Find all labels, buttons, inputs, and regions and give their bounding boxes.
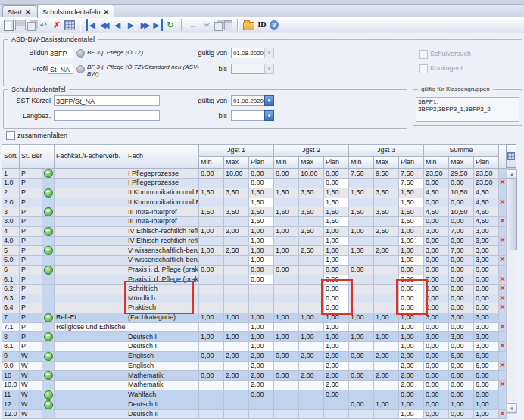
group-header-jgst-2[interactable]: Jgst 2: [274, 145, 349, 157]
delete-row-button[interactable]: ✕: [499, 381, 505, 389]
subcolumn-header-max[interactable]: Max: [374, 157, 399, 169]
tab-schulstundentafeln[interactable]: Schulstundentafeln ✕: [37, 5, 114, 18]
group-header-jgst-1[interactable]: Jgst 1: [199, 145, 274, 157]
add-sub-row-button[interactable]: +: [44, 227, 53, 236]
cell-value[interactable]: 1,50: [324, 217, 349, 227]
bildungsgang-input[interactable]: 3BFP: [48, 48, 73, 58]
delete-record-icon[interactable]: ✗: [51, 19, 63, 31]
table-row[interactable]: 1P+I Pflegeprozesse8,0010,008,008,0010,0…: [2, 169, 507, 179]
cell-value[interactable]: 1,00: [249, 322, 274, 332]
cell-value[interactable]: 0,00: [249, 275, 274, 285]
kontingent-checkbox[interactable]: [419, 64, 428, 73]
delete-row-button[interactable]: ✕: [499, 217, 505, 226]
table-row[interactable]: 6.3PMündlich0,000,000,000,000,00✕: [2, 294, 507, 303]
delete-row-button[interactable]: ✕: [499, 236, 505, 244]
cell-value[interactable]: 1,00: [399, 342, 424, 352]
cell-value[interactable]: 1,00: [249, 256, 274, 266]
cell-value[interactable]: 1,00: [399, 236, 424, 246]
save-icon[interactable]: [15, 20, 26, 30]
column-header-Fach[interactable]: Fach: [126, 145, 199, 169]
add-sub-row-button[interactable]: +: [44, 390, 53, 400]
column-header-Sort.[interactable]: Sort.: [2, 145, 20, 169]
add-sub-row-button[interactable]: +: [44, 246, 53, 255]
nav-first-icon[interactable]: ◀: [86, 19, 96, 31]
column-header-Fachkat./Fächerverb.[interactable]: Fachkat./Fächerverb.: [55, 145, 126, 169]
table-row[interactable]: 8.1PDeutsch I1,001,001,000,000,003,00✕: [2, 342, 507, 352]
cell-value[interactable]: 2,00: [324, 361, 349, 371]
cell-value[interactable]: 1,00: [324, 236, 349, 246]
cell-value[interactable]: 1,50: [399, 198, 424, 207]
sst-bis-input[interactable]: [231, 110, 265, 121]
cell-value[interactable]: 8,00: [324, 179, 349, 188]
subcolumn-header-min[interactable]: Min: [349, 157, 374, 169]
table-row[interactable]: 6P+Praxis i. d. Pflege (prakt. ...0,000,…: [2, 265, 507, 275]
table-row[interactable]: 3.0PIII Intra-Interprof1,501,501,500,000…: [2, 217, 507, 227]
tab-schulstundentafeln-close-icon[interactable]: ✕: [104, 9, 110, 15]
copy-icon[interactable]: [214, 22, 223, 31]
cell-value[interactable]: 1,00: [399, 322, 424, 332]
subcolumn-header-min[interactable]: Min: [199, 157, 224, 169]
table-row[interactable]: 1.0PI Pflegeprozesse8,008,007,500,000,00…: [2, 179, 507, 188]
delete-row-button[interactable]: ✕: [499, 198, 505, 206]
cell-value[interactable]: 7,50: [399, 179, 424, 188]
klassengruppen-value-box[interactable]: 3BFP1, 3BFP2,3BFP3_1,3BFP3_2: [416, 97, 519, 122]
column-header-St. Bereich[interactable]: St. Bereich: [20, 145, 42, 169]
subcolumn-header-max[interactable]: Max: [299, 157, 324, 169]
profil-input[interactable]: St_NA: [48, 64, 73, 74]
cell-value[interactable]: 1,00: [324, 322, 349, 332]
subcolumn-header-max[interactable]: Max: [449, 157, 474, 169]
subcolumn-header-min[interactable]: Min: [274, 157, 299, 169]
delete-row-button[interactable]: ✕: [499, 409, 505, 418]
schulversuch-checkbox[interactable]: [419, 50, 428, 59]
cell-value[interactable]: 2,00: [399, 361, 424, 371]
cell-value[interactable]: 0,00: [399, 294, 424, 303]
nav-last-icon[interactable]: ▶: [152, 19, 163, 31]
add-sub-row-button[interactable]: +: [44, 266, 53, 275]
table-row[interactable]: 7P+Reli-Et(Fachkategorie)1,001,001,001,0…: [2, 313, 507, 322]
table-row[interactable]: 7.1PReligiöse und Ethische Ko...1,001,00…: [2, 322, 507, 332]
add-sub-row-button[interactable]: +: [44, 313, 53, 322]
scroll-down-icon[interactable]: ▼: [507, 403, 517, 413]
subcolumn-header-plan[interactable]: Plan: [399, 157, 424, 169]
cell-value[interactable]: 1,50: [324, 198, 349, 207]
cut-icon[interactable]: ✂: [201, 19, 213, 31]
cell-value[interactable]: 1,00: [399, 256, 424, 266]
table-row[interactable]: 2.0PII Kommunikation und Ber...1,501,501…: [2, 198, 507, 207]
add-sub-row-button[interactable]: +: [44, 352, 53, 361]
sst-bis-dropdown-icon[interactable]: ▼: [264, 110, 274, 121]
basis-gueltig-von-input[interactable]: 01.08.2020: [231, 48, 265, 58]
add-sub-row-button[interactable]: +: [44, 371, 53, 380]
table-row[interactable]: 10.0WMathematik2,002,002,000,000,006,00✕: [2, 381, 507, 390]
subcolumn-header-plan[interactable]: Plan: [249, 157, 274, 169]
table-row[interactable]: 2P+II Kommunikation und Ber...1,503,501,…: [2, 188, 507, 198]
help-icon[interactable]: ?: [270, 20, 279, 30]
cell-value[interactable]: 8,00: [249, 179, 274, 188]
grid-vertical-scrollbar[interactable]: ▲ ▼: [506, 144, 516, 414]
table-row[interactable]: 3P+III Intra-Interprof1,503,501,501,503,…: [2, 207, 507, 217]
cell-value[interactable]: 0,00: [324, 294, 349, 303]
table-row[interactable]: 9W+Englisch0,002,002,000,002,002,000,002…: [2, 351, 507, 361]
cell-value[interactable]: 1,00: [249, 342, 274, 352]
cell-value[interactable]: 0,00: [324, 285, 349, 294]
cell-value[interactable]: 0,00: [399, 303, 424, 313]
table-edit-icon[interactable]: [64, 20, 75, 30]
sst-kuerzel-input[interactable]: 3BFP/St_NA: [54, 95, 160, 106]
table-row[interactable]: 9.0WEnglisch2,002,002,000,000,006,00✕: [2, 361, 507, 371]
tab-start[interactable]: Start ✕: [2, 5, 36, 17]
basis-bis-dropdown-icon[interactable]: ▼: [264, 64, 274, 74]
cell-value[interactable]: 1,50: [399, 217, 424, 227]
cell-value[interactable]: 2,00: [249, 361, 274, 371]
group-header-summe[interactable]: Summe: [424, 145, 499, 157]
add-sub-row-button[interactable]: +: [44, 207, 53, 216]
table-row[interactable]: 4.0PIV Ethisch-rechtlich reflek...1,001,…: [2, 236, 507, 246]
cell-value[interactable]: 2,00: [399, 381, 424, 390]
add-sub-row-button[interactable]: +: [44, 400, 53, 409]
delete-row-button[interactable]: ✕: [499, 322, 505, 331]
profil-lookup-button[interactable]: [76, 65, 85, 73]
table-row[interactable]: 12.0WDeutsch II1,000,000,001,00✕: [2, 409, 507, 419]
undo-icon[interactable]: ↶: [37, 19, 49, 31]
column-options-button[interactable]: [506, 144, 516, 168]
refresh-icon[interactable]: ↻: [164, 19, 176, 31]
delete-row-button[interactable]: ✕: [499, 256, 505, 264]
column-header-icon[interactable]: [42, 145, 55, 169]
